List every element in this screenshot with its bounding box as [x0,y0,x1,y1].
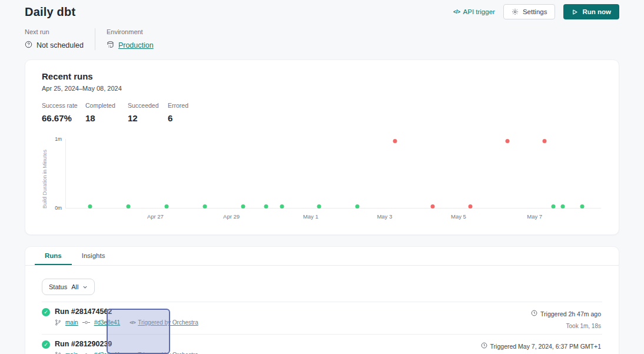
commit-icon [82,352,90,354]
status-filter-dropdown[interactable]: Status All [42,279,95,295]
chart-point[interactable] [393,139,397,143]
api-trigger-link[interactable]: </> API trigger [453,8,495,15]
recent-runs-date-range: Apr 25, 2024–May 08, 2024 [42,85,602,92]
tab-insights[interactable]: Insights [72,247,115,265]
api-trigger-label: API trigger [463,8,495,15]
build-duration-chart: Build Duration in Minutes 1m 0m Apr 27Ap… [42,134,603,223]
header-actions: </> API trigger Settings Run now [453,4,619,19]
chart-point[interactable] [126,204,130,209]
clock-icon [531,310,537,317]
run-title: Run #281290239 [55,340,198,348]
vertical-divider [95,28,95,50]
environment-link[interactable]: Production [118,41,154,49]
success-check-icon: ✓ [42,308,50,316]
chart-point[interactable] [469,204,473,209]
run-list: ✓ Run #281474562 main [42,302,602,354]
stat-completed: Completed 18 [85,102,128,123]
clock-icon [481,342,487,350]
y-tick-1m: 1m [55,136,62,142]
chart-point[interactable] [88,204,92,209]
next-run-block: Next run Not scheduled [25,28,84,50]
chart-point[interactable] [580,204,585,209]
x-tick-label: May 1 [303,213,318,220]
next-run-value: Not scheduled [36,41,84,49]
chart-y-axis-label: Build Duration in Minutes [42,139,48,209]
chart-point[interactable] [431,204,435,209]
code-icon: </> [453,9,460,15]
runs-card: Runs Insights Status All ✓ Run #28147456… [25,246,619,354]
question-circle-icon [25,41,32,50]
status-filter-value: All [71,283,78,290]
play-icon [572,9,578,15]
chart-point[interactable] [542,139,546,143]
page-header: Daily dbt </> API trigger Settings Run n… [0,0,644,21]
run-row[interactable]: ✓ Run #281474562 main [42,302,602,335]
run-title: Run #281474562 [55,307,198,316]
settings-button[interactable]: Settings [503,4,556,19]
tab-row: Runs Insights [25,247,619,266]
tab-runs[interactable]: Runs [35,247,72,265]
job-meta-row: Next run Not scheduled Environment [25,28,619,50]
code-icon: </> [130,320,135,325]
commit-link[interactable]: #d3e8e41 [94,319,121,326]
chart-point[interactable] [560,204,565,209]
run-now-button[interactable]: Run now [563,4,619,19]
environment-label: Environment [107,28,154,35]
x-tick-label: May 7 [527,213,542,220]
environment-block: Environment Production [107,28,154,50]
chart-point[interactable] [241,204,245,209]
gear-icon [512,8,519,15]
git-branch-icon [55,352,61,354]
run-row[interactable]: ✓ Run #281290239 main [42,335,602,354]
run-triggered-text: Triggered 2h 47m ago [540,310,601,317]
x-tick-label: Apr 29 [223,213,240,220]
chart-point[interactable] [552,204,556,209]
status-filter-label: Status [49,283,67,290]
page-title: Daily dbt [25,5,75,19]
recent-runs-title: Recent runs [42,71,602,81]
chart-point[interactable] [264,204,268,209]
trigger-source-link[interactable]: </> Triggered by Orchestra [130,352,198,354]
commit-link[interactable]: #d3e8e41 [94,352,121,354]
x-tick-label: May 5 [451,213,466,220]
chart-point[interactable] [165,204,169,209]
y-tick-0m: 0m [55,205,62,211]
recent-runs-card: Recent runs Apr 25, 2024–May 08, 2024 Su… [25,59,619,235]
settings-label: Settings [523,8,547,15]
run-triggered-text: Triggered May 7, 2024, 6:37 PM GMT+1 [490,343,601,350]
run-duration-text: Took 1m, 18s [566,323,601,329]
chart-point[interactable] [203,204,207,209]
chart-point[interactable] [280,204,284,209]
branch-link[interactable]: main [65,352,78,354]
chart-point[interactable] [505,139,509,143]
x-tick-label: Apr 27 [147,213,164,220]
chart-point[interactable] [356,204,360,209]
stat-success-rate: Success rate 66.67% [42,102,85,123]
chart-plot: 1m 0m [65,139,601,209]
git-branch-icon [55,319,61,326]
commit-icon [82,319,90,326]
trigger-source-link[interactable]: </> Triggered by Orchestra [130,319,198,326]
environment-database-icon [107,41,114,50]
chevron-down-icon [82,284,88,290]
chart-point[interactable] [317,204,321,209]
run-now-label: Run now [582,8,611,15]
stat-errored: Errored 6 [168,102,188,123]
stats-row: Success rate 66.67% Completed 18 Succeed… [42,102,602,123]
x-tick-label: May 3 [377,213,392,220]
next-run-label: Next run [25,28,84,35]
stat-succeeded: Succeeded 12 [128,102,168,123]
branch-link[interactable]: main [65,319,78,326]
success-check-icon: ✓ [42,340,50,349]
